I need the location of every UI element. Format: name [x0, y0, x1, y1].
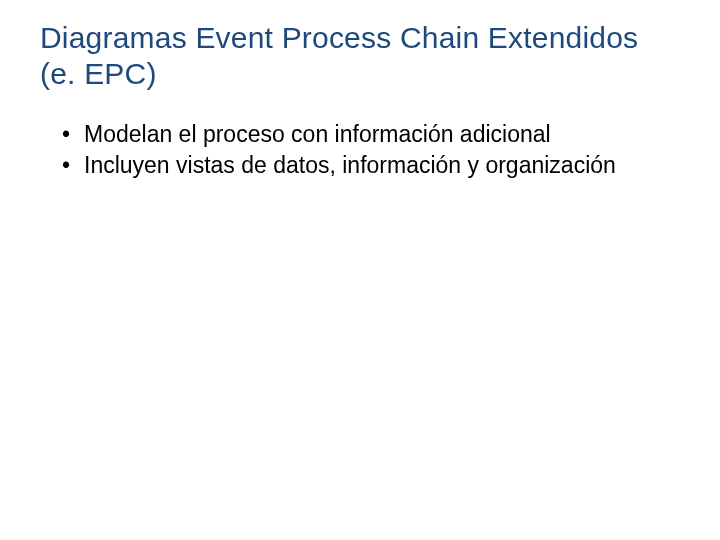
list-item: Modelan el proceso con información adici… [62, 120, 680, 149]
slide-title: Diagramas Event Process Chain Extendidos… [40, 20, 680, 92]
list-item: Incluyen vistas de datos, información y … [62, 151, 680, 180]
bullet-list: Modelan el proceso con información adici… [40, 120, 680, 180]
